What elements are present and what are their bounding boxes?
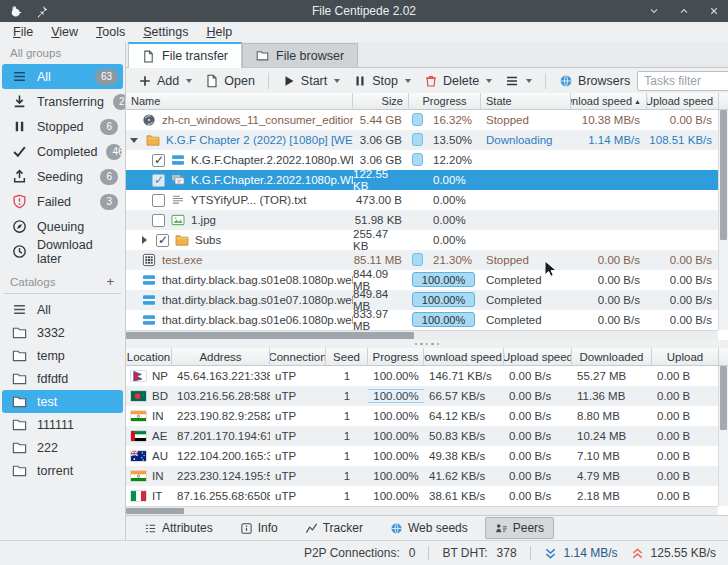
detail-tab-info[interactable]: Info xyxy=(230,517,288,539)
task-row[interactable]: K.G.F Chapter 2 (2022) [1080p] [WEBRip] … xyxy=(126,130,718,150)
sidebar-group-transferring[interactable]: Transferring2 xyxy=(2,89,123,114)
task-row[interactable]: that.dirty.black.bag.s01e08.1080p.web.h2… xyxy=(126,270,718,290)
menu-tools[interactable]: Tools xyxy=(87,24,134,40)
column-header-address[interactable]: Address xyxy=(172,348,270,365)
tab-file-browser[interactable]: File browser xyxy=(242,43,358,67)
row-checkbox[interactable] xyxy=(152,194,165,207)
more-menu-button[interactable] xyxy=(499,72,538,90)
pin-icon[interactable] xyxy=(34,4,49,19)
close-button[interactable] xyxy=(708,5,720,17)
detail-tab-attributes[interactable]: Attributes xyxy=(134,517,223,539)
expander-down-icon[interactable] xyxy=(128,134,140,146)
column-header-size[interactable]: Size xyxy=(353,93,409,109)
play-icon xyxy=(282,74,296,88)
tasks-hscroll-thumb[interactable] xyxy=(126,332,414,339)
column-header-download-speed[interactable]: Download speed▲ xyxy=(571,93,647,109)
tasks-vertical-scrollbar[interactable] xyxy=(718,110,728,330)
peer-row[interactable]: IN223.190.82.9:25828uTP1100.00%64.12 KB/… xyxy=(126,406,718,426)
task-row[interactable]: 1.jpg51.98 KB0.00% xyxy=(126,210,718,230)
stop-button[interactable]: Stop xyxy=(347,72,417,90)
cell-progress: 16.32% xyxy=(409,110,481,130)
catalog-111111[interactable]: 111111 xyxy=(2,413,123,436)
column-header-progress[interactable]: Progress xyxy=(409,93,481,109)
pause-icon xyxy=(12,119,28,134)
task-row[interactable]: Subs255.47 KB0.00% xyxy=(126,230,718,250)
peers-vscroll-thumb[interactable] xyxy=(720,366,727,430)
tab-file-transfer[interactable]: File transfer xyxy=(128,42,242,68)
detail-tab-web-seeds[interactable]: Web seeds xyxy=(380,517,478,539)
add-button[interactable]: Add xyxy=(132,72,198,90)
peers-vertical-scrollbar[interactable] xyxy=(718,366,728,506)
menu-file[interactable]: File xyxy=(4,24,42,40)
folder-outline-icon xyxy=(12,394,28,409)
sidebar-group-download-later[interactable]: Download later xyxy=(2,239,123,264)
peer-row[interactable]: AE87.201.170.194:61186uTP1100.00%50.83 K… xyxy=(126,426,718,446)
sidebar-group-failed[interactable]: Failed3 xyxy=(2,189,123,214)
task-row[interactable]: K.G.F.Chapter.2.2022.1080p.WEBRip.x…3.06… xyxy=(126,150,718,170)
peer-row[interactable]: IT87.16.255.68:65085uTP1100.00%38.61 KB/… xyxy=(126,486,718,506)
catalog-3332[interactable]: 3332 xyxy=(2,321,123,344)
sidebar-group-all[interactable]: All63 xyxy=(2,64,123,89)
column-header-upload-speed[interactable]: Upload speed xyxy=(647,93,719,109)
catalog-test[interactable]: test xyxy=(2,390,123,413)
row-checkbox[interactable] xyxy=(152,174,165,187)
catalog-torrent[interactable]: torrent xyxy=(2,459,123,482)
maximize-button[interactable] xyxy=(678,5,690,17)
column-header-seed[interactable]: Seed xyxy=(326,348,368,365)
column-header-progress[interactable]: Progress xyxy=(368,348,424,365)
column-header-downloaded[interactable]: Downloaded xyxy=(572,348,652,365)
progress-bar xyxy=(412,253,423,266)
open-button[interactable]: Open xyxy=(199,72,261,90)
tasks-vscroll-thumb[interactable] xyxy=(720,110,727,240)
pane-splitter[interactable] xyxy=(126,340,728,348)
start-button[interactable]: Start xyxy=(276,72,346,90)
detail-tab-peers[interactable]: Peers xyxy=(485,517,554,539)
row-checkbox[interactable] xyxy=(152,154,165,167)
column-header-state[interactable]: State xyxy=(481,93,571,109)
row-checkbox[interactable] xyxy=(152,214,165,227)
peer-row[interactable]: IN223.230.124.195:54348uTP1100.00%41.62 … xyxy=(126,466,718,486)
catalog-222[interactable]: 222 xyxy=(2,436,123,459)
row-checkbox[interactable] xyxy=(156,234,169,247)
add-catalog-button[interactable]: + xyxy=(103,275,117,288)
task-row[interactable]: that.dirty.black.bag.s01e06.1080p.web.h2… xyxy=(126,310,718,330)
tasks-filter-input[interactable] xyxy=(638,72,728,90)
task-row[interactable]: test.exe85.11 MB21.30%Stopped0.00 B/s0.0… xyxy=(126,250,718,270)
catalog-fdfdfd[interactable]: fdfdfd xyxy=(2,367,123,390)
shield-alert-icon xyxy=(12,194,28,209)
peers-horizontal-scrollbar[interactable] xyxy=(126,506,718,515)
peer-row[interactable]: AU122.104.200.165:37738uTP1100.00%49.38 … xyxy=(126,446,718,466)
detail-tab-tracker[interactable]: Tracker xyxy=(295,517,373,539)
expander-right-icon[interactable] xyxy=(138,234,150,246)
catalog-all[interactable]: All xyxy=(2,298,123,321)
sidebar-group-stopped[interactable]: Stopped6 xyxy=(2,114,123,139)
column-header-location[interactable]: Location xyxy=(126,348,172,365)
catalog-temp[interactable]: temp xyxy=(2,344,123,367)
task-row[interactable]: YTSYifyUP... (TOR).txt473.00 B0.00% xyxy=(126,190,718,210)
cell-state xyxy=(481,170,571,190)
delete-button[interactable]: Delete xyxy=(418,72,498,90)
task-name: YTSYifyUP... (TOR).txt xyxy=(191,194,353,206)
sidebar-group-completed[interactable]: Completed46 xyxy=(2,139,123,164)
task-row[interactable]: that.dirty.black.bag.s01e07.1080p.web.h2… xyxy=(126,290,718,310)
column-header-upload-speed[interactable]: Upload speed xyxy=(504,348,572,365)
menu-settings[interactable]: Settings xyxy=(134,24,197,40)
minimize-button[interactable] xyxy=(648,5,660,17)
browsers-button[interactable]: Browsers xyxy=(553,72,636,90)
status-separator xyxy=(530,546,531,560)
peer-row[interactable]: BD103.216.56.28:58896uTP1100.00%66.57 KB… xyxy=(126,386,718,406)
task-row[interactable]: zh-cn_windows_11_consumer_editions_upd…5… xyxy=(126,110,718,130)
column-header-connection[interactable]: Connection xyxy=(270,348,326,365)
tasks-horizontal-scrollbar[interactable] xyxy=(126,330,718,340)
menu-help[interactable]: Help xyxy=(197,24,241,40)
peers-hscroll-thumb[interactable] xyxy=(126,508,184,514)
menu-view[interactable]: View xyxy=(42,24,87,40)
column-header-name[interactable]: Name xyxy=(126,93,353,109)
column-header-upload[interactable]: Upload xyxy=(652,348,719,365)
column-header-download-speed[interactable]: Download speed▲ xyxy=(424,348,504,365)
cell-uploaded: 0.00 B xyxy=(652,486,718,506)
sidebar-group-queuing[interactable]: Queuing xyxy=(2,214,123,239)
sidebar-group-seeding[interactable]: Seeding6 xyxy=(2,164,123,189)
peer-row[interactable]: NP45.64.163.221:33822uTP1100.00%146.71 K… xyxy=(126,366,718,386)
task-row[interactable]: K.G.F.Chapter.2.2022.1080p.WEBRip.x…122.… xyxy=(126,170,718,190)
